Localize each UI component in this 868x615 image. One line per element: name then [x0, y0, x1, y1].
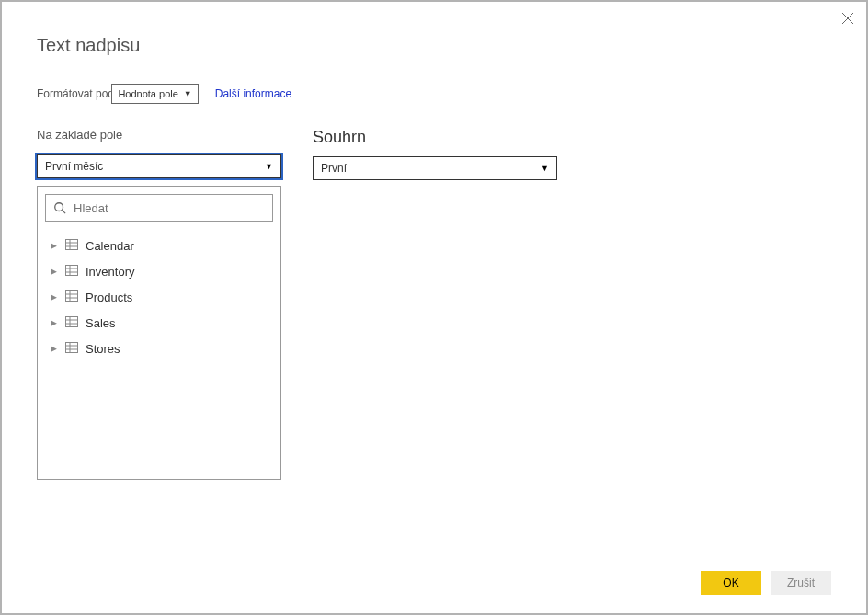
chevron-right-icon: ▶	[51, 344, 58, 353]
more-info-link[interactable]: Další informace	[215, 87, 291, 100]
table-icon	[65, 342, 78, 356]
svg-rect-9	[66, 265, 78, 275]
table-icon	[65, 265, 78, 279]
close-button[interactable]	[840, 11, 855, 26]
search-icon	[53, 201, 66, 214]
tree-item-inventory[interactable]: ▶ Inventory	[51, 258, 273, 284]
tree-item-sales[interactable]: ▶ Sales	[51, 310, 273, 336]
chevron-right-icon: ▶	[51, 267, 58, 276]
format-by-select[interactable]: Hodnota pole ▼	[111, 84, 198, 104]
svg-rect-24	[66, 342, 78, 352]
chevron-right-icon: ▶	[51, 318, 58, 327]
tree-item-stores[interactable]: ▶ Stores	[51, 336, 273, 361]
svg-point-2	[55, 203, 63, 211]
search-input[interactable]	[74, 201, 265, 215]
chevron-down-icon: ▼	[184, 89, 192, 98]
based-on-field-dropdown[interactable]: První měsíc ▼	[37, 154, 281, 178]
ok-button[interactable]: OK	[701, 571, 761, 595]
based-on-field-label: Na základě pole	[37, 128, 281, 142]
field-picker-popup: ▶ Calendar ▶ Inventory	[37, 186, 281, 480]
tree-item-label: Inventory	[86, 265, 134, 279]
summary-label: Souhrn	[313, 128, 557, 147]
tree-item-calendar[interactable]: ▶ Calendar	[51, 233, 273, 258]
table-icon	[65, 239, 78, 253]
format-by-row: Formátovat podle Hodnota pole ▼ Další in…	[37, 84, 831, 104]
chevron-down-icon: ▼	[541, 164, 549, 173]
svg-line-3	[63, 211, 66, 214]
close-icon	[840, 11, 855, 26]
summary-dropdown[interactable]: První ▼	[313, 156, 557, 180]
dialog-title: Text nadpisu	[37, 35, 831, 56]
table-icon	[65, 290, 78, 304]
chevron-right-icon: ▶	[51, 292, 58, 302]
table-icon	[65, 316, 78, 330]
based-on-field-value: První měsíc	[45, 160, 103, 173]
dialog-footer: OK Zrušit	[701, 571, 831, 595]
tree-item-label: Calendar	[86, 239, 134, 253]
svg-rect-14	[66, 290, 78, 301]
search-box[interactable]	[45, 194, 273, 222]
format-by-value: Hodnota pole	[118, 88, 177, 99]
svg-rect-4	[66, 239, 78, 249]
tree-item-label: Sales	[86, 316, 116, 330]
tree-item-label: Stores	[86, 342, 120, 356]
dialog: Text nadpisu Formátovat podle Hodnota po…	[0, 0, 868, 615]
summary-value: První	[321, 162, 347, 175]
chevron-down-icon: ▼	[265, 162, 273, 171]
chevron-right-icon: ▶	[51, 241, 58, 250]
format-by-label: Formátovat podle	[37, 87, 122, 100]
svg-rect-19	[66, 316, 78, 326]
tree-item-products[interactable]: ▶ Products	[51, 284, 273, 310]
cancel-button[interactable]: Zrušit	[771, 571, 831, 595]
field-tree: ▶ Calendar ▶ Inventory	[45, 229, 273, 472]
tree-item-label: Products	[86, 290, 132, 304]
